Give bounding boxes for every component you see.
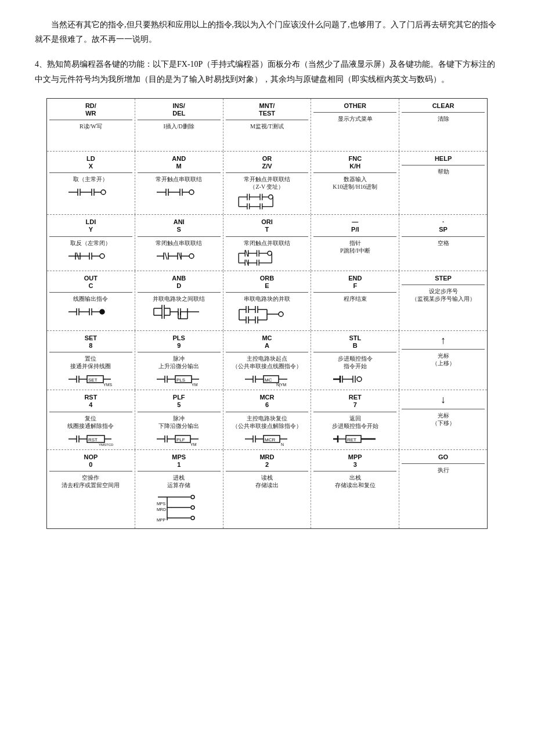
key-orb-e[interactable]: ORBE 串联电路块的并联 [223, 271, 312, 330]
key-ins-del[interactable]: INS/DEL I插入/D删除 [135, 99, 223, 151]
key-mrd-2[interactable]: MRD2 读栈存储读出 [223, 450, 312, 528]
svg-point-23 [269, 195, 273, 199]
svg-text:SET: SET [88, 377, 98, 383]
svg-text:MC: MC [265, 377, 272, 383]
plf-symbol: PLF YM [156, 431, 202, 447]
key-rd-wr[interactable]: RD/WR R读/W写 [47, 99, 135, 151]
svg-point-79 [100, 309, 104, 314]
key-clear[interactable]: CLEAR 清除 [399, 99, 487, 151]
key-pi[interactable]: —P/I 指针P跳转/I中断 [311, 215, 399, 270]
svg-point-52 [189, 254, 194, 258]
svg-text:PLS: PLS [176, 377, 185, 383]
page-content: 当然还有其它的指令,但只要熟织和应用以上的指令,我以为入个门应该没什么问题了,也… [35, 17, 499, 529]
key-other[interactable]: OTHER 显示方式菜单 [311, 99, 399, 151]
svg-line-45 [165, 253, 167, 260]
key-set-8[interactable]: SET8 置位接通并保持线圈 SET YMS [47, 331, 135, 390]
svg-point-117 [279, 312, 283, 316]
pls-symbol: PLS YM [156, 371, 202, 387]
key-mpp-3[interactable]: MPP3 出栈存储读出和复位 [311, 450, 399, 528]
svg-text:MRD: MRD [157, 507, 166, 512]
mc-symbol: MC N|YM [244, 371, 290, 387]
intro-para2: 4、熟知简易编程器各键的功能：以下是FX-10P（手持式编程器）面板分布（当然少… [35, 57, 499, 86]
svg-point-188 [191, 516, 194, 520]
out-symbol [67, 304, 114, 320]
svg-text:PLF: PLF [176, 437, 185, 442]
mps-symbol: MPS MRD MPP [156, 491, 202, 526]
rst-symbol: RST YMSTCD [67, 431, 114, 447]
svg-point-185 [191, 506, 194, 509]
key-step[interactable]: STEP 设定步序号（监视某步序号输入用） [399, 271, 487, 330]
key-rst-4[interactable]: RST4 复位线圈接通解除指令 RST YMSTCD [47, 390, 135, 449]
key-go[interactable]: GO 执行 [399, 450, 487, 528]
key-pls-9[interactable]: PLS9 脉冲上升沿微分输出 PLS YM [135, 331, 223, 390]
ldi-symbol [67, 248, 114, 264]
ret-symbol: RET [332, 431, 378, 447]
key-down-arrow[interactable]: ↓ 光标（下移） [399, 390, 487, 449]
keyboard-row-7: NOP0 空操作清去程序或置留空间用 MPS1 进栈运算存储 MPS [47, 450, 487, 528]
and-symbol [156, 184, 202, 200]
key-mc-a[interactable]: MCA 主控电路块起点（公共串联接点线圈指令） MC N|YM [223, 331, 312, 390]
mcr-symbol: MCR N [244, 431, 290, 447]
svg-text:YMS: YMS [103, 383, 113, 387]
svg-text:N|YM: N|YM [276, 383, 287, 387]
key-ld-x[interactable]: LDX 取（主常开） [47, 152, 135, 214]
svg-line-55 [246, 250, 248, 256]
keyboard-row-2: LDX 取（主常开） ANDM 常开触点串联联结 [47, 152, 487, 215]
ani-symbol [156, 248, 202, 264]
keyboard-diagram: RD/WR R读/W写 INS/DEL I插入/D删除 MNT/TEST M监视… [46, 98, 488, 529]
key-and-m[interactable]: ANDM 常开触点串联联结 [135, 152, 223, 214]
ori-symbol [235, 248, 299, 268]
key-anb-d[interactable]: ANBD 并联电路块之间联结 [135, 271, 223, 330]
key-ori-t[interactable]: ORIT 常闭触点并联联结 [223, 215, 312, 270]
key-mcr-6[interactable]: MCR6 主控电路块复位（公共串联接点解除指令） MCR N [223, 390, 312, 449]
svg-point-15 [189, 190, 194, 195]
key-nop-0[interactable]: NOP0 空操作清去程序或置留空间用 [47, 450, 135, 528]
svg-text:YM: YM [190, 442, 197, 447]
svg-text:YM: YM [192, 383, 198, 387]
svg-point-182 [191, 495, 194, 499]
anb-symbol [153, 304, 205, 328]
keyboard-row-5: SET8 置位接通并保持线圈 SET YMS PLS9 脉冲上升沿微分输出 [47, 331, 487, 390]
key-or-zv[interactable]: ORZ/V 常开触点并联联结（Z-V 变址） [223, 152, 312, 214]
svg-point-42 [100, 254, 104, 258]
svg-text:MCR: MCR [265, 437, 275, 442]
stl-symbol [332, 371, 378, 387]
key-fnc-kh[interactable]: FNCK/H 数器输入K10进制/H16进制 [311, 152, 399, 214]
key-mps-1[interactable]: MPS1 进栈运算存储 MPS MRD [135, 450, 223, 528]
intro-para1: 当然还有其它的指令,但只要熟织和应用以上的指令,我以为入个门应该没什么问题了,也… [35, 17, 499, 46]
svg-text:RET: RET [347, 437, 356, 442]
key-end-f[interactable]: ENDF 程序结束 [311, 271, 399, 330]
orb-symbol [238, 304, 296, 328]
svg-point-148 [357, 377, 362, 381]
key-up-arrow[interactable]: ↑ 光标（上移） [399, 331, 487, 390]
key-help[interactable]: HELP 帮助 [399, 152, 487, 214]
ld-symbol [67, 184, 114, 200]
key-ret-7[interactable]: RET7 返回步进顺控指令开始 RET [311, 390, 399, 449]
keyboard-row-1: RD/WR R读/W写 INS/DEL I插入/D删除 MNT/TEST M监视… [47, 99, 487, 152]
svg-text:N: N [281, 442, 284, 447]
svg-point-61 [268, 251, 272, 255]
svg-point-7 [101, 190, 106, 195]
key-stl-b[interactable]: STLB 步进顺控指令指令开始 [311, 331, 399, 390]
svg-text:MPP: MPP [157, 518, 166, 522]
keyboard-row-3: LDIY 取反（左常闭） [47, 215, 487, 271]
key-mnt-test[interactable]: MNT/TEST M监视/T测试 [223, 99, 312, 151]
keyboard-row-4: OUTC 线圈输出指令 ANBD 并联电路块之间联结 [47, 271, 487, 331]
key-ldi-y[interactable]: LDIY 取反（左常闭） [47, 215, 135, 270]
key-ani-s[interactable]: ANIS 常闭触点串联联结 [135, 215, 223, 270]
key-plf-5[interactable]: PLF5 脉冲下降沿微分输出 PLF YM [135, 390, 223, 449]
svg-text:YMSTCD: YMSTCD [99, 443, 114, 447]
key-out-c[interactable]: OUTC 线圈输出指令 [47, 271, 135, 330]
svg-text:MPS: MPS [157, 502, 166, 506]
svg-text:RST: RST [88, 437, 98, 442]
set-symbol: SET YMS [67, 371, 114, 387]
keyboard-row-6: RST4 复位线圈接通解除指令 RST YMSTCD PLF5 脉冲下降沿微分输 [47, 390, 487, 449]
or-symbol [235, 192, 299, 212]
key-sp[interactable]: ·SP 空格 [399, 215, 487, 270]
